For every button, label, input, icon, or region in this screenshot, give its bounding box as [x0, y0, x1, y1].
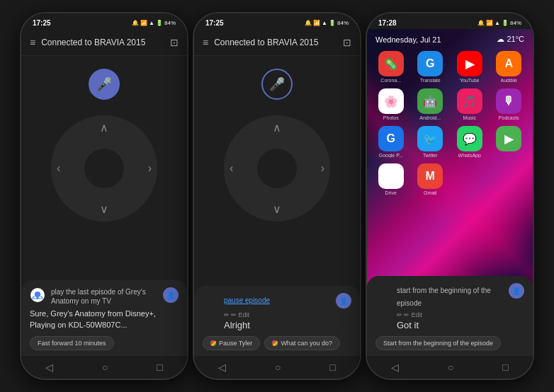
- nav-home-icon-2[interactable]: ○: [275, 362, 281, 373]
- app-cell-audible[interactable]: A Audible: [492, 51, 526, 83]
- user-avatar-3: 👤: [509, 283, 524, 299]
- time-2: 17:25: [205, 19, 224, 27]
- mic-section-1: 🎤: [21, 56, 187, 108]
- app-cell-gmail[interactable]: M Gmail: [414, 163, 448, 195]
- app-icon-googlepay: G: [378, 126, 404, 151]
- app-cell-googlepay[interactable]: G Google P...: [374, 126, 408, 158]
- phone-2: 17:25 🔔 📶 ▲ 🔋 84% ≡ Connected to BRAVIA …: [193, 12, 361, 380]
- dpad-right-2: ›: [321, 162, 324, 175]
- hamburger-icon-1[interactable]: ≡: [30, 37, 35, 48]
- dpad-1: ∧ ∨ ‹ ›: [21, 108, 187, 229]
- date-weather-3: Wednesday, Jul 21 ☁ 21°C: [367, 29, 533, 47]
- dpad-center-1[interactable]: [84, 149, 124, 188]
- app-icon-translate: G: [417, 51, 443, 76]
- response-label-3: Got it: [375, 320, 524, 330]
- app-header-1: ≡ Connected to BRAVIA 2015 ⊡: [21, 29, 187, 56]
- status-icons-2: 🔔 📶 ▲ 🔋 84%: [305, 20, 349, 26]
- dpad-down-2: ∨: [273, 202, 281, 216]
- nav-back-icon-1[interactable]: ◁: [45, 362, 53, 373]
- suggestion-pills-2: Pause Tyler What can you do?: [203, 336, 351, 350]
- dpad-left-2: ‹: [230, 162, 233, 175]
- query-text-3: start from the beginning of the episode: [397, 287, 491, 307]
- query-row-1: play the last episode of Grey's Anatomy …: [30, 287, 179, 306]
- app-icon-music: 🎵: [457, 88, 482, 114]
- app-label-podcasts: Podcasts: [499, 115, 519, 120]
- battery-pct-1: 84%: [164, 20, 176, 26]
- mic-button-2[interactable]: 🎤: [261, 69, 293, 100]
- edit-link-3[interactable]: ✏ ✏ Edit: [397, 311, 524, 318]
- app-cell-corona[interactable]: 🦠 Corona...: [374, 51, 408, 83]
- mic-button-1[interactable]: 🎤: [89, 69, 120, 100]
- app-label-translate: Translate: [420, 78, 441, 83]
- date-text-3: Wednesday, Jul 21: [375, 35, 441, 44]
- app-icon-corona: 🦠: [378, 51, 404, 76]
- assistant-icon-1: [30, 287, 45, 303]
- suggestion-pill-3[interactable]: Start from the beginning of the episode: [375, 336, 501, 350]
- signal-icon: ▲: [149, 20, 154, 26]
- time-3: 17:28: [378, 19, 397, 27]
- app-cell-photos[interactable]: 🌸 Photos: [374, 88, 408, 120]
- app-cell-music[interactable]: 🎵 Music: [453, 88, 487, 120]
- signal-icon-3: ▲: [494, 20, 500, 26]
- app-cell-whatsapp[interactable]: 💬 WhatsApp: [453, 126, 487, 158]
- app-label-twitter: Twitter: [423, 153, 438, 158]
- dpad-wheel-1: ∧ ∨ ‹ ›: [51, 115, 157, 221]
- google-dot-icon-2: [272, 340, 278, 346]
- google-dot-icon-1: [210, 340, 216, 346]
- mic-section-2: 🎤: [194, 56, 360, 108]
- alarm-icon-3: 🔔: [477, 20, 485, 26]
- suggestion-pill-1[interactable]: Fast forward 10 minutes: [30, 336, 114, 350]
- app-cell-android[interactable]: 🤖 Android...: [414, 88, 448, 120]
- phones-container: 17:25 🔔 📶 ▲ 🔋 84% ≡ Connected to BRAVIA …: [13, 5, 541, 387]
- status-bar-1: 17:25 🔔 📶 ▲ 🔋 84%: [21, 13, 187, 29]
- cast-icon-2[interactable]: ⊡: [343, 37, 351, 48]
- battery-pct-3: 84%: [510, 20, 521, 26]
- nav-recents-icon-2[interactable]: □: [329, 362, 335, 373]
- suggestion-text-1: Fast forward 10 minutes: [38, 340, 106, 347]
- assistant-area-1: play the last episode of Grey's Anatomy …: [21, 280, 187, 356]
- app-icon-whatsapp: 💬: [457, 126, 482, 151]
- edit-link-2[interactable]: ✏ ✏ Edit: [224, 311, 351, 318]
- suggestion-pills-1: Fast forward 10 minutes: [30, 336, 179, 350]
- app-cell-translate[interactable]: G Translate: [414, 51, 448, 83]
- nav-home-icon-3[interactable]: ○: [448, 362, 453, 373]
- wifi-icon-3: 📶: [486, 20, 493, 26]
- nav-back-icon-3[interactable]: ◁: [391, 362, 399, 373]
- pill-what-can-you-do[interactable]: What can you do?: [264, 336, 340, 350]
- edit-icon-3: ✏: [397, 311, 402, 318]
- app-icon-podcasts: 🎙: [496, 88, 521, 114]
- app-label-youtube: YouTube: [460, 78, 480, 83]
- wifi-icon: 📶: [140, 20, 147, 26]
- header-title-2: Connected to BRAVIA 2015: [214, 38, 337, 47]
- app-label-whatsapp: WhatsApp: [458, 153, 481, 158]
- app-icon-audible: A: [496, 51, 521, 76]
- dpad-left-1: ‹: [57, 162, 60, 175]
- status-bar-2: 17:25 🔔 📶 ▲ 🔋 84%: [194, 13, 360, 29]
- user-avatar-2: 👤: [336, 293, 351, 309]
- app-cell-play[interactable]: ▶: [492, 126, 526, 158]
- app-cell-youtube[interactable]: ▶ YouTube: [453, 51, 487, 83]
- app-label-music: Music: [463, 115, 476, 120]
- nav-recents-icon-3[interactable]: □: [502, 362, 508, 373]
- cast-icon-1[interactable]: ⊡: [170, 37, 179, 48]
- edit-label-3: ✏ Edit: [404, 311, 422, 318]
- app-cell-drive[interactable]: △ Drive: [374, 163, 408, 195]
- phone-content-2: 🎤 ∧ ∨ ‹ › pause episode 👤: [194, 56, 360, 356]
- phone-content-1: 🎤 ∧ ∨ ‹ ›: [21, 56, 187, 356]
- app-icon-play: ▶: [496, 126, 521, 151]
- phone-1: 17:25 🔔 📶 ▲ 🔋 84% ≡ Connected to BRAVIA …: [20, 12, 188, 380]
- wifi-icon-2: 📶: [313, 20, 320, 26]
- assistant-overlay-3: start from the beginning of the episode …: [367, 276, 533, 356]
- app-label-photos: Photos: [383, 115, 399, 120]
- dpad-center-2[interactable]: [257, 149, 297, 188]
- bottom-nav-3: ◁ ○ □: [367, 356, 533, 379]
- nav-home-icon-1[interactable]: ○: [102, 362, 108, 373]
- hamburger-icon-2[interactable]: ≡: [203, 37, 208, 48]
- app-icon-drive: △: [378, 163, 404, 189]
- app-cell-twitter[interactable]: 🐦 Twitter: [414, 126, 448, 158]
- nav-recents-icon-1[interactable]: □: [157, 362, 162, 373]
- app-cell-podcasts[interactable]: 🎙 Podcasts: [492, 88, 526, 120]
- query-row-3: start from the beginning of the episode …: [375, 283, 524, 309]
- pill-pause-tyler[interactable]: Pause Tyler: [203, 336, 260, 350]
- nav-back-icon-2[interactable]: ◁: [218, 362, 226, 373]
